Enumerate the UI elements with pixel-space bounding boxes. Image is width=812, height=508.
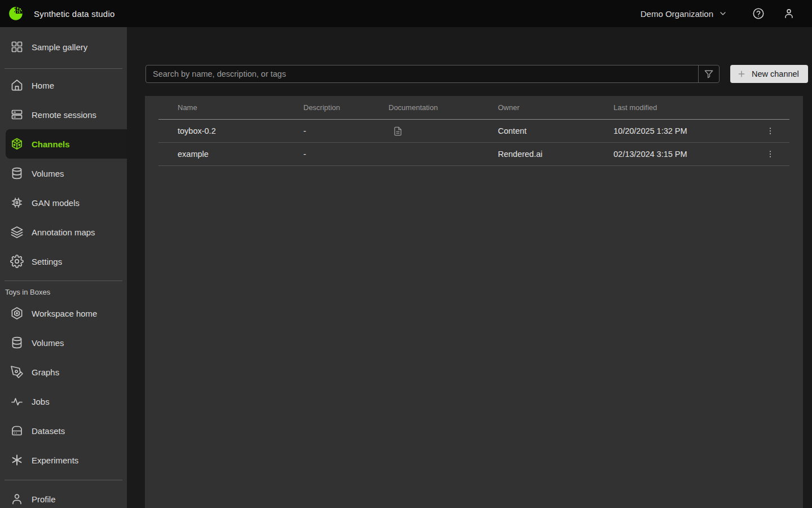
new-channel-button[interactable]: New channel <box>730 65 808 83</box>
home-icon <box>10 78 24 92</box>
sidebar-item-label: Channels <box>32 139 70 149</box>
sidebar-item-label: Experiments <box>32 456 78 465</box>
sidebar-item-label: Datasets <box>32 426 65 436</box>
database-icon <box>10 336 24 349</box>
rendered-ai-logo-icon <box>8 5 25 22</box>
chip-icon <box>10 196 24 209</box>
channel-owner: Rendered.ai <box>498 150 614 159</box>
channel-name: example <box>158 150 303 159</box>
sidebar-item-datasets[interactable]: Datasets <box>0 416 127 445</box>
gear-icon <box>10 255 24 268</box>
sidebar-item-gan-models[interactable]: GAN models <box>0 188 127 217</box>
pen-tool-icon <box>10 365 24 379</box>
sidebar-item-jobs[interactable]: Jobs <box>0 387 127 416</box>
sidebar: Sample gallery Home Remote sessions Chan… <box>0 27 127 508</box>
sidebar-item-workspace-volumes[interactable]: Volumes <box>0 328 127 357</box>
user-account-icon[interactable] <box>783 7 795 20</box>
channels-cube-icon <box>10 137 24 151</box>
channel-last-modified: 10/20/2025 1:32 PM <box>614 126 743 135</box>
table-header-row: Name Description Documentation Owner Las… <box>158 96 789 120</box>
table-row[interactable]: example - Rendered.ai 02/13/2024 3:15 PM <box>158 143 789 166</box>
sidebar-item-graphs[interactable]: Graphs <box>0 357 127 387</box>
channel-owner: Content <box>498 126 614 135</box>
row-menu-kebab-icon[interactable] <box>765 125 776 137</box>
channel-description: - <box>303 126 389 135</box>
sidebar-item-volumes[interactable]: Volumes <box>0 159 127 188</box>
sidebar-item-profile[interactable]: Profile <box>0 484 127 508</box>
workspace-cube-icon <box>10 306 24 320</box>
sidebar-item-label: Annotation maps <box>32 227 95 237</box>
grid-icon <box>10 40 24 54</box>
sidebar-item-label: Home <box>32 81 54 90</box>
sidebar-divider <box>5 480 122 480</box>
search-bar <box>145 65 720 83</box>
column-header-documentation: Documentation <box>389 103 498 112</box>
channel-description: - <box>303 150 389 159</box>
organization-name: Demo Organization <box>641 9 713 19</box>
document-icon[interactable] <box>393 126 403 136</box>
sidebar-item-label: Sample gallery <box>32 42 87 52</box>
sidebar-item-channels[interactable]: Channels <box>6 129 127 159</box>
main-content: Channels New channel Name Description Do… <box>127 27 812 508</box>
channels-table-panel: Name Description Documentation Owner Las… <box>145 96 803 508</box>
sidebar-item-label: Profile <box>32 494 56 504</box>
server-icon <box>10 108 24 121</box>
database-icon <box>10 167 24 180</box>
column-header-name: Name <box>158 103 303 112</box>
column-header-description: Description <box>303 103 389 112</box>
sidebar-item-remote-sessions[interactable]: Remote sessions <box>0 100 127 129</box>
table-row[interactable]: toybox-0.2 - Content 10/20/2025 1:32 PM <box>158 120 789 143</box>
sidebar-item-sample-gallery[interactable]: Sample gallery <box>0 32 127 62</box>
new-channel-button-label: New channel <box>752 69 799 78</box>
organization-selector[interactable]: Demo Organization <box>641 9 727 19</box>
channel-last-modified: 02/13/2024 3:15 PM <box>614 150 743 159</box>
sidebar-item-home[interactable]: Home <box>0 71 127 100</box>
column-header-owner: Owner <box>498 103 614 112</box>
activity-icon <box>10 395 24 408</box>
filter-funnel-icon <box>703 68 714 80</box>
asterisk-icon <box>10 453 24 467</box>
row-menu-kebab-icon[interactable] <box>765 148 776 160</box>
sidebar-item-label: Graphs <box>32 367 59 377</box>
column-header-last-modified: Last modified <box>614 103 743 112</box>
app-title: Synthetic data studio <box>34 9 114 19</box>
search-input[interactable] <box>146 65 698 82</box>
sidebar-item-label: GAN models <box>32 198 80 208</box>
sidebar-item-settings[interactable]: Settings <box>0 247 127 276</box>
plus-icon <box>737 69 746 78</box>
sidebar-item-workspace-home[interactable]: Workspace home <box>0 299 127 328</box>
sidebar-item-label: Jobs <box>32 397 50 406</box>
sidebar-item-label: Volumes <box>32 338 64 348</box>
chevron-down-icon <box>718 9 727 18</box>
help-icon[interactable] <box>752 7 765 20</box>
sidebar-item-label: Settings <box>32 257 62 266</box>
sidebar-item-experiments[interactable]: Experiments <box>0 445 127 475</box>
filter-button[interactable] <box>698 65 719 82</box>
channel-name: toybox-0.2 <box>158 126 303 135</box>
sidebar-divider <box>5 68 122 69</box>
sidebar-item-label: Workspace home <box>32 309 97 318</box>
hard-drive-icon <box>10 424 24 437</box>
workspace-section-label: Toys in Boxes <box>0 281 127 299</box>
user-icon <box>10 492 24 506</box>
sidebar-item-label: Remote sessions <box>32 110 96 120</box>
top-bar: Synthetic data studio Demo Organization <box>0 0 812 27</box>
sidebar-item-label: Volumes <box>32 169 64 178</box>
sidebar-item-annotation-maps[interactable]: Annotation maps <box>0 217 127 247</box>
layers-icon <box>10 225 24 239</box>
